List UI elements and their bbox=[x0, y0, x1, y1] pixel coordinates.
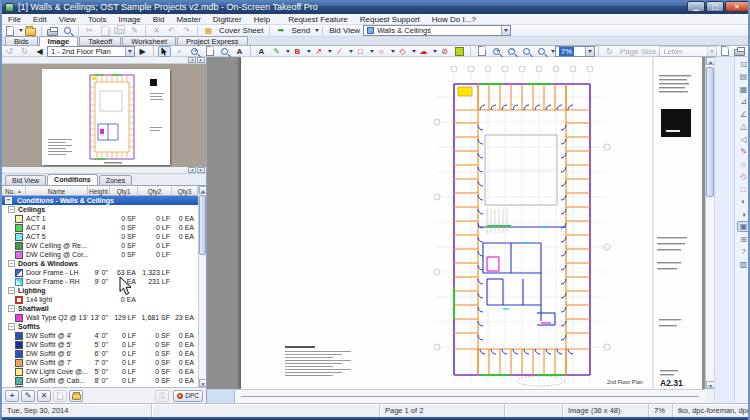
conditions-scrollbar[interactable]: ▲ ▼ bbox=[198, 186, 206, 387]
menu-bid[interactable]: Bid bbox=[147, 14, 171, 25]
tab-project-express[interactable]: Project Express bbox=[177, 36, 248, 45]
condition-row[interactable]: 1x4 light0 EA bbox=[2, 295, 198, 304]
panel-tab-conditions[interactable]: Conditions bbox=[47, 174, 98, 185]
condition-group-row[interactable]: −Soffits bbox=[2, 322, 198, 331]
text-annotation-icon[interactable]: A bbox=[255, 46, 268, 57]
menu-view[interactable]: View bbox=[53, 14, 82, 25]
zoom-window-icon[interactable]: ⊡ bbox=[737, 59, 750, 70]
column-header-no[interactable]: No. ▲ bbox=[2, 186, 26, 196]
drawing-sheet[interactable]: 2nd Floor Plan A2.31 bbox=[241, 57, 702, 389]
page-size-select[interactable]: Letter bbox=[659, 46, 717, 57]
print-icon[interactable] bbox=[46, 25, 59, 36]
menu-how-do-i-[interactable]: How Do I...? bbox=[426, 14, 482, 25]
page-thumbnail-pane[interactable] bbox=[2, 64, 206, 167]
takeoff-diamond-icon[interactable]: ◇ bbox=[737, 171, 750, 182]
panel-tab-bid-view[interactable]: Bid View bbox=[5, 175, 46, 185]
help-box-icon[interactable]: ? bbox=[737, 246, 750, 257]
column-header-qty1[interactable]: Qty1 bbox=[110, 186, 138, 196]
thumbnail-scrollbar-top[interactable]: ◂ ▸ bbox=[2, 57, 206, 64]
delete-condition-button[interactable]: ✕ bbox=[37, 390, 51, 402]
lock-icon[interactable]: ⚿ bbox=[155, 390, 169, 402]
condition-group-row[interactable]: −Shaftwall bbox=[2, 304, 198, 313]
zoom-select-icon[interactable]: + bbox=[188, 46, 201, 57]
zoom-level-select[interactable]: 7% bbox=[555, 46, 595, 57]
condition-row[interactable]: Wall Type Q2 @ 13'13' 0"129 LF1,681 SF23… bbox=[2, 313, 198, 322]
cover-sheet-button[interactable]: Cover Sheet bbox=[219, 26, 263, 35]
menu-digitizer[interactable]: Digitizer bbox=[207, 14, 248, 25]
duplicate-condition-button[interactable] bbox=[53, 390, 67, 402]
paste-icon[interactable] bbox=[113, 25, 126, 36]
dpc-button[interactable]: DPC bbox=[173, 390, 203, 402]
invert-icon[interactable]: ◑ bbox=[737, 209, 750, 220]
scroll-right-icon[interactable]: ▸ bbox=[197, 57, 205, 63]
image-view-icon[interactable] bbox=[203, 46, 216, 57]
send-button[interactable]: Send bbox=[291, 26, 310, 35]
thumbnail-scrollbar-bottom[interactable]: ◂ ▸ bbox=[2, 167, 206, 174]
tab-worksheet[interactable]: Worksheet bbox=[122, 36, 176, 45]
condition-group-row[interactable]: −Ceilings bbox=[2, 205, 198, 214]
condition-group-row[interactable]: −Lighting bbox=[2, 286, 198, 295]
organize-conditions-button[interactable] bbox=[69, 390, 83, 402]
condition-row[interactable]: DW Ceiling @ Cor...0 SF0 LF bbox=[2, 250, 198, 259]
conditions-root-row[interactable]: −Conditions - Walls & Ceilings bbox=[2, 196, 198, 205]
scroll-left-icon[interactable]: ◂ bbox=[188, 57, 196, 63]
rectangle-annotation-icon[interactable]: □ bbox=[354, 46, 367, 57]
add-overlay-icon[interactable]: ⊞ bbox=[737, 234, 750, 245]
takeoff-circle-icon[interactable]: ○ bbox=[737, 159, 750, 170]
panel-tab-zones[interactable]: Zones bbox=[99, 175, 132, 185]
previous-page-icon[interactable]: ◀ bbox=[33, 46, 46, 57]
select-tool-icon[interactable] bbox=[158, 46, 171, 57]
rotate-icon[interactable]: ↻ bbox=[603, 46, 616, 57]
tab-bids[interactable]: Bids bbox=[5, 36, 38, 45]
next-page-icon[interactable]: ▶ bbox=[136, 46, 149, 57]
tab-image[interactable]: Image bbox=[39, 36, 79, 46]
line-annotation-icon[interactable]: ∕ bbox=[333, 46, 346, 57]
cut-icon[interactable]: ✂ bbox=[83, 25, 96, 36]
column-header-qty3[interactable]: Qty3 bbox=[172, 186, 198, 196]
collapse-icon[interactable]: − bbox=[8, 260, 15, 267]
collapse-icon[interactable]: − bbox=[8, 323, 15, 330]
add-page-icon[interactable] bbox=[718, 46, 731, 57]
open-icon[interactable] bbox=[24, 25, 37, 36]
redo-icon[interactable]: ↷ bbox=[180, 25, 193, 36]
new-bid-icon[interactable] bbox=[3, 25, 16, 36]
menu-request-support[interactable]: Request Support bbox=[354, 14, 426, 25]
plan-viewer-canvas[interactable]: 2nd Floor Plan A2.31 bbox=[207, 57, 705, 389]
close-button[interactable]: ✕ bbox=[725, 1, 749, 12]
highlighter-icon[interactable]: ✎ bbox=[270, 46, 283, 57]
conditions-grid-header[interactable]: No. ▲NameHeightQty1Qty2Qty3 bbox=[2, 186, 198, 196]
condition-row[interactable]: DW Soffit @ 7'7' 0"0 LF0 SF0 EA bbox=[2, 358, 198, 367]
page-thumbnail[interactable] bbox=[42, 69, 170, 165]
menu-file[interactable]: File bbox=[2, 14, 27, 25]
dimension-icon[interactable]: B bbox=[291, 46, 304, 57]
copy-icon[interactable] bbox=[98, 25, 111, 36]
contrast-icon[interactable]: ◐ bbox=[737, 196, 750, 207]
condition-row[interactable]: DW Soffit @ 4'4' 0"0 LF0 SF0 EA bbox=[2, 331, 198, 340]
condition-row[interactable]: ACT 40 SF0 LF0 EA bbox=[2, 223, 198, 232]
condition-row[interactable]: ACT 50 SF0 LF0 EA bbox=[2, 232, 198, 241]
column-header-qty2[interactable]: Qty2 bbox=[138, 186, 172, 196]
condition-row[interactable]: DW Light Cove @...5' 0"0 LF0 SF0 EA bbox=[2, 367, 198, 376]
menu-request-feature[interactable]: Request Feature bbox=[282, 14, 354, 25]
scroll-left-icon[interactable]: ◂ bbox=[188, 167, 196, 173]
edit-condition-button[interactable]: ✎ bbox=[21, 390, 35, 402]
previous-view-icon[interactable]: ↺ bbox=[3, 46, 16, 57]
condition-row[interactable]: DW Soffit @ 6'6' 0"0 LF0 SF0 EA bbox=[2, 349, 198, 358]
no-symbol-icon[interactable]: ⊘ bbox=[438, 46, 451, 57]
takeoff-square-icon[interactable]: □ bbox=[737, 184, 750, 195]
table-icon[interactable]: ▥ bbox=[737, 259, 750, 270]
ellipse-annotation-icon[interactable]: ○ bbox=[375, 46, 388, 57]
undo-icon[interactable]: ↶ bbox=[165, 25, 178, 36]
fill-color-icon[interactable] bbox=[453, 46, 466, 57]
scroll-right-icon[interactable]: ▸ bbox=[197, 167, 205, 173]
condition-row[interactable]: DW Soffit @ 5'5' 0"0 LF0 SF0 EA bbox=[2, 340, 198, 349]
menu-edit[interactable]: Edit bbox=[27, 14, 53, 25]
polygon-annotation-icon[interactable]: ◇ bbox=[396, 46, 409, 57]
zoom-in-icon[interactable]: + bbox=[490, 46, 503, 57]
overlay-image-icon[interactable]: ▤ bbox=[737, 71, 750, 82]
collapse-icon[interactable]: − bbox=[8, 206, 15, 213]
minimize-button[interactable]: ▁ bbox=[687, 1, 705, 12]
zoom-out-icon[interactable]: − bbox=[505, 46, 518, 57]
tab-takeoff[interactable]: Takeoff bbox=[79, 36, 121, 45]
page-select[interactable]: 1 - 2nd Floor Plan bbox=[47, 46, 135, 57]
